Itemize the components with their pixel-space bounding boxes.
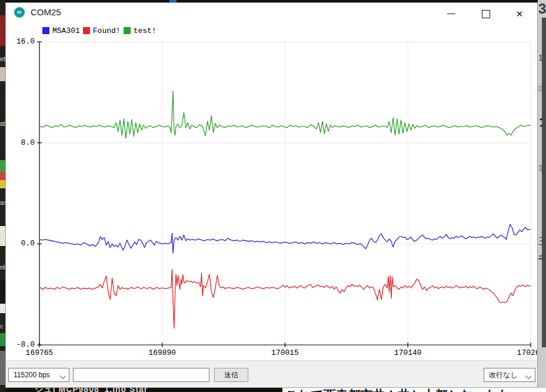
desktop-icon-text-fragment: nl	[0, 264, 5, 271]
desktop-icons-strip: etstasnlc	[0, 0, 5, 392]
serial-plotter-window: ∞ COM25 ✕ MSA301 Found! test! 16.08.00.0…	[5, 2, 538, 388]
desktop-icon-fragment	[0, 67, 5, 81]
desktop-icon-text-fragment: et	[0, 55, 5, 62]
desktop-icon-fragment	[0, 280, 5, 304]
background-document-text: これで西幸都市井ム井と大都となったた	[285, 388, 511, 392]
desktop: etstasnlc 3102ク等三千 ジュ| MCP9808_1.ino Sta…	[0, 0, 546, 392]
background-text-fragment: 3	[538, 1, 546, 17]
legend-label-found: Found!	[93, 26, 121, 35]
legend-label-msa301: MSA301	[52, 26, 80, 35]
chevron-down-icon	[525, 373, 531, 379]
line-ending-select[interactable]: 改行なし	[484, 368, 535, 382]
desktop-icon-fragment	[0, 172, 5, 180]
plot-legend: MSA301 Found! test!	[42, 26, 157, 35]
background-taskbar-strip: ジュ| MCP9808_1.ino Star	[5, 388, 282, 392]
desktop-icon-fragment	[0, 333, 5, 346]
series-swatch-red	[83, 27, 90, 34]
desktop-icon-fragment	[0, 160, 5, 172]
baud-rate-select[interactable]: 115200 bps	[8, 368, 69, 382]
background-window-edge	[542, 18, 546, 347]
desktop-icon-fragment	[0, 226, 5, 246]
serial-message-input[interactable]	[73, 368, 209, 382]
background-window-title: ジュ| MCP9808_1.ino Star	[35, 388, 148, 392]
line-ending-value: 改行なし	[489, 370, 518, 380]
chevron-down-icon	[59, 373, 65, 379]
desktop-icon-text-fragment: as	[0, 199, 5, 206]
serial-plot-canvas	[6, 3, 538, 388]
series-swatch-blue	[42, 27, 49, 34]
legend-label-test: test!	[134, 26, 157, 35]
desktop-icon-text-fragment: c	[0, 323, 4, 330]
baud-rate-value: 115200 bps	[14, 371, 50, 379]
background-document-strip: これで西幸都市井ム井と大都となったた	[282, 388, 546, 392]
desktop-icon-fragment	[0, 15, 5, 46]
desktop-icon-fragment	[0, 304, 5, 313]
desktop-icon-fragment	[0, 351, 5, 385]
desktop-icon-fragment	[0, 180, 5, 188]
send-button[interactable]: 送信	[214, 368, 248, 382]
desktop-icon-text-fragment: st	[0, 120, 5, 127]
series-swatch-green	[124, 27, 131, 34]
control-bar: 115200 bps 送信 改行なし	[6, 360, 538, 388]
